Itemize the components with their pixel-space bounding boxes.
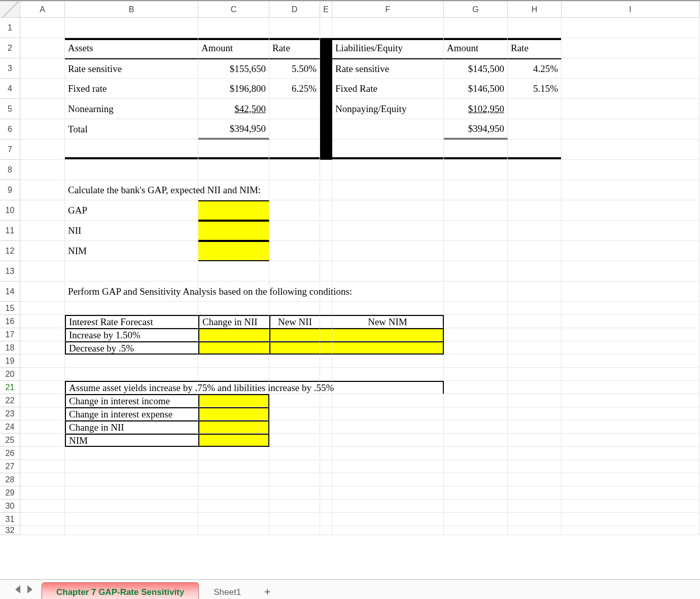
cell-I2[interactable]: [562, 38, 699, 58]
cell-B24[interactable]: Change in NII: [65, 420, 198, 434]
cell-A17[interactable]: [20, 328, 65, 341]
cell-E16[interactable]: [320, 315, 332, 328]
cell-H18[interactable]: [508, 341, 562, 355]
cell-I1[interactable]: [562, 18, 699, 38]
cell-G4[interactable]: $146,500: [444, 79, 508, 99]
cell-C30[interactable]: [198, 500, 269, 513]
cell-A26[interactable]: [20, 447, 65, 460]
row-header[interactable]: 5: [0, 99, 20, 119]
cell-C7[interactable]: [198, 139, 269, 160]
cell-D2[interactable]: Rate: [269, 38, 320, 58]
cell-A10[interactable]: [20, 200, 65, 221]
cell-C20[interactable]: [198, 368, 269, 381]
cell-D12[interactable]: [269, 241, 320, 261]
cell-H11[interactable]: [508, 221, 562, 241]
cell-F15[interactable]: [332, 302, 444, 315]
row-header[interactable]: 7: [0, 139, 20, 160]
cell-C26[interactable]: [198, 447, 269, 460]
cell-H25[interactable]: [508, 434, 562, 447]
cell-D22[interactable]: [269, 394, 320, 407]
row-header[interactable]: 26: [0, 447, 20, 460]
col-header-G[interactable]: G: [444, 2, 508, 18]
cell-F32[interactable]: [332, 526, 444, 535]
cell-F2[interactable]: Liabilities/Equity: [332, 38, 444, 58]
cell-E18[interactable]: [320, 341, 332, 355]
cell-F24[interactable]: [332, 420, 444, 434]
cell-F28[interactable]: [332, 473, 444, 486]
cell-F1[interactable]: [332, 18, 444, 38]
cell-A24[interactable]: [20, 420, 65, 434]
cell-F25[interactable]: [332, 434, 444, 447]
cell-I9[interactable]: [562, 180, 699, 200]
cell-D29[interactable]: [269, 486, 320, 500]
cell-E2[interactable]: [320, 38, 332, 58]
row-header[interactable]: 21: [0, 381, 20, 394]
row-header[interactable]: 20: [0, 368, 20, 381]
cell-C22[interactable]: [198, 394, 269, 407]
cell-F13[interactable]: [332, 261, 444, 281]
row-header[interactable]: 9: [0, 180, 20, 200]
cell-F7[interactable]: [332, 139, 444, 160]
cell-B26[interactable]: [65, 447, 198, 460]
row-header[interactable]: 31: [0, 513, 20, 526]
row-header[interactable]: 22: [0, 394, 20, 407]
cell-I24[interactable]: [562, 420, 699, 434]
cell-B12[interactable]: NIM: [65, 241, 198, 261]
col-header-I[interactable]: I: [562, 2, 699, 18]
cell-I20[interactable]: [562, 368, 699, 381]
row-header[interactable]: 4: [0, 79, 20, 99]
cell-G5[interactable]: $102,950: [444, 99, 508, 119]
col-header-D[interactable]: D: [269, 2, 320, 18]
cell-A3[interactable]: [20, 58, 65, 79]
cell-D23[interactable]: [269, 407, 320, 420]
cell-E19[interactable]: [320, 355, 332, 368]
cell-F4[interactable]: Fixed Rate: [332, 79, 444, 99]
cell-D15[interactable]: [269, 302, 320, 315]
cell-I6[interactable]: [562, 119, 699, 139]
cell-H27[interactable]: [508, 460, 562, 473]
cell-I27[interactable]: [562, 460, 699, 473]
cell-G19[interactable]: [444, 355, 508, 368]
cell-A14[interactable]: [20, 281, 65, 302]
cell-D31[interactable]: [269, 513, 320, 526]
cell-B21[interactable]: Assume asset yields increase by .75% and…: [65, 381, 198, 394]
cell-D17[interactable]: [269, 328, 320, 341]
select-all-corner[interactable]: [0, 2, 20, 18]
cell-H26[interactable]: [508, 447, 562, 460]
cell-F30[interactable]: [332, 500, 444, 513]
cell-A16[interactable]: [20, 315, 65, 328]
cell-E29[interactable]: [320, 486, 332, 500]
cell-G7[interactable]: [444, 139, 508, 160]
cell-H9[interactable]: [508, 180, 562, 200]
cell-B32[interactable]: [65, 526, 198, 535]
sheet-tab[interactable]: Sheet1: [199, 582, 256, 599]
cell-I5[interactable]: [562, 99, 699, 119]
cell-G30[interactable]: [444, 500, 508, 513]
col-header-E[interactable]: E: [320, 2, 332, 18]
cell-B27[interactable]: [65, 460, 198, 473]
row-header[interactable]: 32: [0, 526, 20, 535]
cell-I21[interactable]: [562, 381, 699, 394]
cell-B3[interactable]: Rate sensitive: [65, 58, 198, 79]
cell-C18[interactable]: [198, 341, 269, 355]
cell-I32[interactable]: [562, 526, 699, 535]
cell-F5[interactable]: Nonpaying/Equity: [332, 99, 444, 119]
cell-B14[interactable]: Perform GAP and Sensitivity Analysis bas…: [65, 281, 198, 302]
cell-D20[interactable]: [269, 368, 320, 381]
row-header[interactable]: 6: [0, 119, 20, 139]
cell-F11[interactable]: [332, 221, 444, 241]
cell-H24[interactable]: [508, 420, 562, 434]
cell-B15[interactable]: [65, 302, 198, 315]
tab-next-icon[interactable]: [27, 585, 32, 593]
row-header[interactable]: 19: [0, 355, 20, 368]
row-header[interactable]: 14: [0, 281, 20, 302]
cell-I12[interactable]: [562, 241, 699, 261]
cell-I13[interactable]: [562, 261, 699, 281]
cell-D28[interactable]: [269, 473, 320, 486]
cell-H3[interactable]: 4.25%: [508, 58, 562, 79]
cell-B29[interactable]: [65, 486, 198, 500]
cell-I4[interactable]: [562, 79, 699, 99]
col-header-C[interactable]: C: [198, 2, 269, 18]
cell-F22[interactable]: [332, 394, 444, 407]
cell-G15[interactable]: [444, 302, 508, 315]
